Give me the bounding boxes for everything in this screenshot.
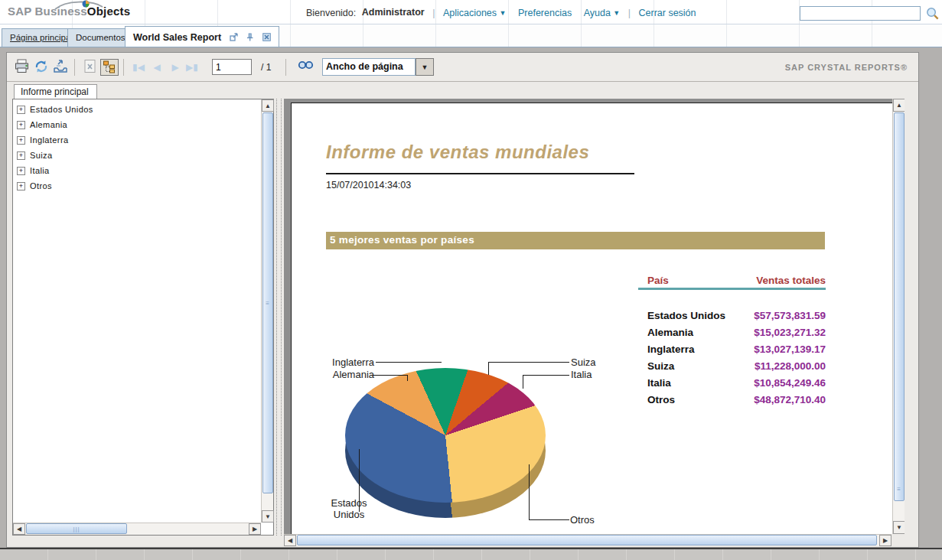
tree-item-inglaterra[interactable]: +Inglaterra xyxy=(13,134,259,147)
tab-world-sales-report[interactable]: World Sales Report xyxy=(125,26,279,47)
prev-page-icon[interactable]: ◀ xyxy=(148,59,166,76)
logo-swoosh-icon xyxy=(52,0,106,11)
scroll-up-icon[interactable]: ▲ xyxy=(262,99,274,112)
callout-estados-unidos: Estados Unidos xyxy=(324,497,374,520)
tree-item-label: Inglaterra xyxy=(30,135,68,145)
export-icon[interactable] xyxy=(51,59,70,76)
crystal-reports-toolbar: ▮◀ ◀ ▶ ▶▮ / 1 Ancho de página ▼ SAP CRYS… xyxy=(7,53,918,82)
report-date: 15/07/2010 xyxy=(326,180,374,190)
logout-link[interactable]: Cerrar sesión xyxy=(638,8,696,18)
scrollbar-thumb[interactable]: ≡ xyxy=(262,112,273,493)
tree-item-label: Suiza xyxy=(30,151,53,160)
welcome-label: Bienvenido: xyxy=(306,8,356,18)
callout-suiza: Suiza xyxy=(571,357,596,368)
tree-item-suiza[interactable]: +Suiza xyxy=(13,149,259,162)
viewer-hscrollbar[interactable]: ◀ ▶ xyxy=(284,534,891,546)
table-cell-total: $48,872,710.40 xyxy=(647,394,826,405)
divider: | xyxy=(623,8,636,18)
connector-line xyxy=(376,362,442,363)
group-tree-panel: +Estados Unidos+Alemania+Inglaterra+Suiz… xyxy=(12,99,274,536)
expand-icon[interactable]: + xyxy=(17,136,25,145)
find-icon[interactable] xyxy=(296,59,315,76)
last-page-icon[interactable]: ▶▮ xyxy=(184,59,200,76)
page-count-label: / 1 xyxy=(261,62,271,73)
scrollbar-thumb[interactable]: ||| xyxy=(26,523,127,534)
report-title: Informe de ventas mundiales xyxy=(326,142,589,163)
username: Administrator xyxy=(362,7,425,18)
pie-surface xyxy=(345,368,546,503)
scroll-left-icon[interactable]: ◀ xyxy=(13,523,25,535)
divider: | xyxy=(427,8,440,18)
sidebar-vscrollbar[interactable]: ▲ ≡ ▼ xyxy=(261,99,273,523)
search-input[interactable] xyxy=(800,6,921,21)
menu-ayuda[interactable]: Ayuda ▼ xyxy=(584,7,621,18)
viewer-vscrollbar[interactable]: ▲ ≡ ▼ xyxy=(892,99,905,534)
page-number-input[interactable] xyxy=(212,59,252,75)
tab-informe-principal[interactable]: Informe principal xyxy=(14,84,97,99)
title-rule xyxy=(326,173,634,174)
connector-line xyxy=(488,362,489,375)
scroll-right-icon[interactable]: ▶ xyxy=(879,535,891,546)
report-time: 14:34:03 xyxy=(374,180,412,190)
scroll-up-icon[interactable]: ▲ xyxy=(893,99,905,112)
callout-alemania: Alemania xyxy=(307,369,374,380)
table-header-rule xyxy=(638,288,826,290)
connector-line xyxy=(371,375,408,376)
expand-icon[interactable]: + xyxy=(17,121,25,129)
connector-line xyxy=(529,464,530,520)
toolbar-separator xyxy=(123,59,124,76)
close-icon[interactable] xyxy=(262,33,271,41)
callout-otros: Otros xyxy=(570,514,595,526)
connector-line xyxy=(529,519,569,520)
connector-line xyxy=(488,362,569,363)
magnifier-icon[interactable] xyxy=(925,6,940,21)
print-icon[interactable] xyxy=(13,59,31,76)
scroll-left-icon[interactable]: ◀ xyxy=(284,535,296,546)
scrollbar-thumb[interactable] xyxy=(297,535,877,545)
callout-inglaterra: Inglaterra xyxy=(307,357,374,368)
expand-icon[interactable]: + xyxy=(17,182,25,190)
expand-icon[interactable]: + xyxy=(17,167,25,175)
scroll-down-icon[interactable]: ▼ xyxy=(262,510,274,523)
chevron-down-icon: ▼ xyxy=(500,9,507,17)
menu-aplicaciones[interactable]: Aplicaciones ▼ xyxy=(443,7,507,18)
pin-icon[interactable] xyxy=(246,33,254,41)
section-header: 5 mejores ventas por países xyxy=(326,232,825,249)
zoom-select-arrow-icon[interactable]: ▼ xyxy=(416,58,434,76)
next-page-icon[interactable]: ▶ xyxy=(166,59,184,76)
first-page-icon[interactable]: ▮◀ xyxy=(129,59,148,76)
scroll-down-icon[interactable]: ▼ xyxy=(893,521,905,534)
menu-preferencias[interactable]: Preferencias xyxy=(518,8,572,18)
document-tab-bar: Página principal Documentos World Sales … xyxy=(0,24,942,47)
tab-documentos[interactable]: Documentos xyxy=(67,28,134,47)
header-bar: SAP BusinessObjects Bienvenido: Administ… xyxy=(0,0,942,24)
group-tree-icon[interactable] xyxy=(100,59,119,76)
expand-icon[interactable]: + xyxy=(17,106,25,114)
toolbar-separator xyxy=(74,59,75,76)
float-icon[interactable] xyxy=(230,33,238,41)
callout-italia: Italia xyxy=(571,369,592,380)
sap-businessobjects-logo: SAP BusinessObjects xyxy=(8,5,130,18)
tree-item-label: Italia xyxy=(30,166,50,175)
sap-crystal-reports-brand: SAP CRYSTAL REPORTS® xyxy=(785,63,908,72)
sidebar-hscrollbar[interactable]: ◀ ||| ▶ xyxy=(13,523,261,535)
refresh-icon[interactable] xyxy=(32,59,51,76)
panel-splitter[interactable] xyxy=(276,99,282,536)
report-viewer-area: Informe de ventas mundiales 15/07/201014… xyxy=(284,99,905,534)
table-cell-total: $11,228,000.00 xyxy=(647,360,826,372)
expand-icon[interactable]: + xyxy=(17,151,25,160)
scroll-right-icon[interactable]: ▶ xyxy=(249,523,261,535)
tree-item-alemania[interactable]: +Alemania xyxy=(13,119,259,132)
tree-item-label: Estados Unidos xyxy=(30,105,93,114)
tree-item-estados-unidos[interactable]: +Estados Unidos xyxy=(13,103,259,116)
pie-chart[interactable] xyxy=(345,368,546,518)
tree-item-otros[interactable]: +Otros xyxy=(13,180,259,193)
tree-item-italia[interactable]: +Italia xyxy=(13,164,259,177)
table-cell-total: $10,854,249.46 xyxy=(647,377,826,389)
excel-icon[interactable] xyxy=(81,59,99,76)
report-datetime: 15/07/201014:34:03 xyxy=(326,180,411,190)
connector-line xyxy=(523,375,569,376)
toolbar-separator xyxy=(285,59,286,76)
scrollbar-thumb[interactable]: ≡ xyxy=(894,112,905,501)
zoom-level-select[interactable]: Ancho de página xyxy=(322,58,416,76)
